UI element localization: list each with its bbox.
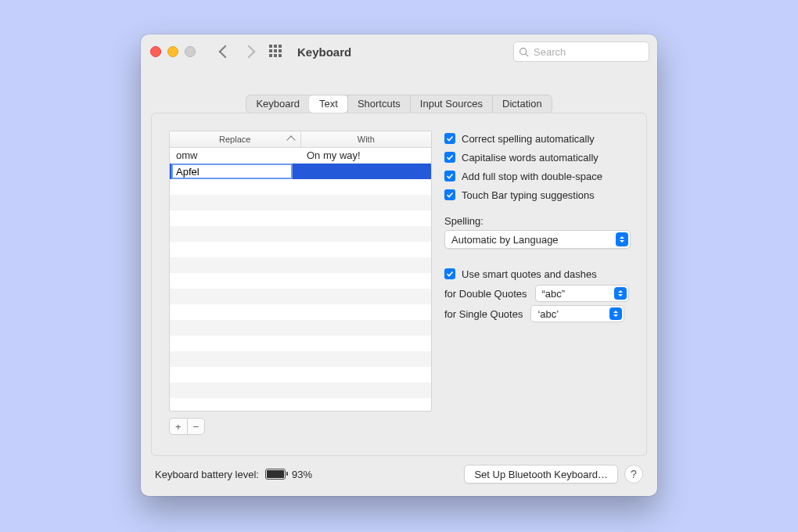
back-button[interactable] [219,45,232,59]
table-row [170,320,431,336]
updown-arrows-icon [609,307,622,320]
option-label: Touch Bar typing suggestions [462,189,595,201]
add-button[interactable]: + [170,419,188,434]
table-row [170,289,431,304]
nav-arrows [221,47,253,56]
option-label: Use smart quotes and dashes [462,268,597,280]
replacements-table[interactable]: Replace With omw On my way! [169,131,432,412]
table-row [170,242,431,257]
table-row [170,257,431,273]
table-header: Replace With [170,131,431,148]
table-body: omw On my way! [170,148,431,411]
option-label: Capitalise words automatically [462,152,598,164]
minimize-icon[interactable] [167,46,178,57]
battery-label: Keyboard battery level: [155,469,259,480]
table-row [170,179,431,195]
option-capitalise-words[interactable]: Capitalise words automatically [444,148,631,167]
cell-replace[interactable]: omw [170,148,300,164]
option-label: Correct spelling automatically [462,133,595,145]
table-row [170,195,431,210]
double-quotes-popup[interactable]: “abc” [535,285,629,302]
remove-button[interactable]: − [188,419,205,434]
spelling-popup[interactable]: Automatic by Language [444,230,631,249]
checkbox-icon[interactable] [444,189,455,200]
table-row [170,367,431,383]
table-row [170,273,431,289]
spelling-label: Spelling: [444,215,631,227]
tabs: Keyboard Text Shortcuts Input Sources Di… [141,95,657,113]
checkbox-icon[interactable] [444,268,455,279]
column-with-label: With [358,135,375,144]
option-touch-bar-suggestions[interactable]: Touch Bar typing suggestions [444,185,631,204]
window-title: Keyboard [297,45,351,59]
updown-arrows-icon [614,287,627,300]
tab-dictation[interactable]: Dictation [492,95,552,113]
options-column: Correct spelling automatically Capitalis… [432,113,646,455]
single-quotes-row: for Single Quotes ‘abc’ [444,304,631,324]
add-remove-buttons: + − [169,418,205,435]
checkbox-icon[interactable] [444,152,455,163]
preferences-window: Keyboard Keyboard Text Shortcuts Input S… [141,34,657,496]
column-replace-label: Replace [219,135,250,144]
double-quotes-row: for Double Quotes “abc” [444,283,631,304]
help-button[interactable]: ? [624,465,643,483]
option-double-space-period[interactable]: Add full stop with double-space [444,167,631,185]
option-smart-quotes[interactable]: Use smart quotes and dashes [444,264,631,283]
tab-text[interactable]: Text [309,95,347,113]
table-row [170,383,431,398]
segmented-tabs: Keyboard Text Shortcuts Input Sources Di… [246,95,552,113]
checkbox-icon[interactable] [444,171,455,182]
tab-keyboard[interactable]: Keyboard [246,95,309,113]
table-row[interactable] [170,164,431,179]
sort-chevron-icon [286,135,295,144]
search-input[interactable] [532,45,644,59]
content-panel: Replace With omw On my way! [151,113,647,456]
replace-input[interactable] [171,164,293,179]
single-quotes-value: ‘abc’ [537,308,559,320]
svg-point-0 [520,48,527,54]
battery-percent: 93% [292,469,312,480]
single-quotes-popup[interactable]: ‘abc’ [530,305,624,322]
table-row[interactable]: omw On my way! [170,148,431,164]
battery-icon [265,469,286,480]
tab-input-sources[interactable]: Input Sources [410,95,492,113]
table-row [170,398,431,411]
footer: Keyboard battery level: 93% Set Up Bluet… [155,462,643,486]
table-row [170,336,431,351]
table-row [170,304,431,320]
updown-arrows-icon [616,232,628,246]
search-field[interactable] [513,41,649,62]
window-controls [150,46,196,57]
close-icon[interactable] [150,46,161,57]
cell-with[interactable]: On my way! [300,148,431,164]
table-row [170,210,431,226]
column-with[interactable]: With [301,131,432,147]
table-row [170,351,431,367]
tab-shortcuts[interactable]: Shortcuts [347,95,410,113]
single-quotes-label: for Single Quotes [444,308,523,320]
svg-line-1 [526,53,528,56]
option-correct-spelling[interactable]: Correct spelling automatically [444,129,631,148]
setup-bluetooth-button[interactable]: Set Up Bluetooth Keyboard… [464,465,618,483]
table-row [170,226,431,242]
double-quotes-value: “abc” [542,288,566,300]
cell-replace-editing[interactable] [170,164,294,179]
double-quotes-label: for Double Quotes [444,288,527,300]
checkbox-icon[interactable] [444,133,455,144]
battery-status: Keyboard battery level: 93% [155,469,312,480]
toolbar: Keyboard [141,34,657,70]
forward-button [243,45,256,59]
option-label: Add full stop with double-space [462,171,602,182]
column-replace[interactable]: Replace [170,131,301,147]
zoom-icon[interactable] [185,46,196,57]
search-icon [519,47,529,57]
spelling-value: Automatic by Language [451,234,559,246]
cell-with[interactable] [294,164,431,179]
all-prefs-icon[interactable] [269,45,283,59]
setup-bluetooth-label: Set Up Bluetooth Keyboard… [474,469,608,480]
replacements-column: Replace With omw On my way! [152,113,432,455]
